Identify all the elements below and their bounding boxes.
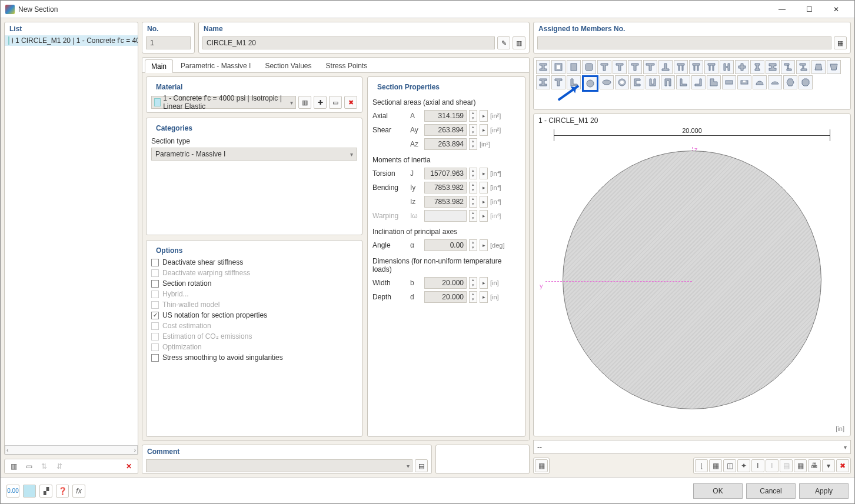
shape-pi[interactable] [689,60,703,74]
bending-y-input[interactable]: 7853.982 [424,182,467,193]
edit-name-button[interactable]: ✎ [497,36,510,49]
tab-section-values[interactable]: Section Values [258,59,318,72]
material-new-button[interactable]: ✚ [314,96,327,109]
preview-axes-button[interactable]: ✦ [737,459,750,472]
shape-i-narrow[interactable] [750,60,764,74]
preview-view-select[interactable]: -- ▾ [533,440,851,454]
shape-slab-groove[interactable] [737,75,751,89]
preview-coords-button[interactable]: ⌊ [695,459,708,472]
shape-octagon[interactable] [799,75,813,89]
tab-stress-points[interactable]: Stress Points [320,59,374,72]
chk-section-rotation[interactable] [151,280,159,288]
shape-h[interactable] [720,60,734,74]
fx-button[interactable]: fx [72,485,85,498]
shear-z-spin[interactable]: ▴▾ [469,138,477,150]
ok-button[interactable]: OK [693,483,743,499]
bending-z-spin[interactable]: ▴▾ [469,196,477,208]
axial-input[interactable]: 314.159 [424,110,467,122]
list-h-scrollbar[interactable]: ‹› [5,445,138,455]
width-spin[interactable]: ▴▾ [469,277,477,289]
shape-tee-bot[interactable] [658,60,673,74]
bending-y-spin[interactable]: ▴▾ [469,182,477,193]
new-item-button[interactable]: ▥ [7,460,20,473]
delete-item-button[interactable]: ✕ [122,460,135,473]
shape-rect[interactable] [567,60,581,74]
angle-input[interactable]: 0.00 [424,239,467,251]
shape-hexagon[interactable] [783,75,797,89]
shape-angle-rev[interactable] [691,75,706,89]
section-type-select[interactable]: Parametric - Massive I ▾ [151,148,357,161]
shape-ellipse[interactable] [600,75,614,89]
shape-i-beam[interactable] [536,60,550,74]
shear-z-input[interactable]: 263.894 [424,138,467,150]
shear-y-go[interactable]: ▸ [480,124,488,136]
angle-spin[interactable]: ▴▾ [469,239,477,251]
shape-pi-2[interactable] [704,60,718,74]
shape-i-offset[interactable] [796,60,810,74]
angle-go[interactable]: ▸ [480,239,488,251]
shape-tee[interactable] [613,60,627,74]
shape-half-ellipse[interactable] [768,75,782,89]
material-select[interactable]: 1 - Concrete f'c = 4000 psi | Isotropic … [151,96,296,109]
units-button[interactable]: 0.00 [6,485,19,498]
shape-wide-flange[interactable] [766,60,780,74]
comment-browse-button[interactable]: ▤ [415,459,428,472]
shape-square-round[interactable] [582,60,596,74]
shape-tee-taper[interactable] [628,60,642,74]
shape-semicircle[interactable] [753,75,767,89]
shape-cross[interactable] [735,60,749,74]
preview-grid-button[interactable]: ▦ [794,459,807,472]
bending-y-go[interactable]: ▸ [480,182,488,193]
shape-tee-wide[interactable] [643,60,657,74]
chk-stress-smoothing[interactable] [151,354,159,362]
preview-hatch-button[interactable]: ▤ [780,459,793,472]
shape-u[interactable] [646,75,660,89]
color-button[interactable] [23,485,36,498]
preview-canvas[interactable]: 20.000 z y [in] [536,129,848,433]
axial-spin[interactable]: ▴▾ [469,110,477,122]
shape-z[interactable] [781,60,795,74]
name-input[interactable]: CIRCLE_M1 20 [202,36,495,49]
tab-main[interactable]: Main [145,59,173,73]
chk-deactivate-shear[interactable] [151,259,159,266]
shape-step[interactable] [707,75,721,89]
preview-stress-button[interactable]: ◫ [723,459,736,472]
shape-tee-up[interactable] [597,60,611,74]
shape-c[interactable] [630,75,644,89]
bending-z-input[interactable]: 7853.982 [424,196,467,208]
shape-slab[interactable] [722,75,736,89]
material-library-button[interactable]: ▥ [298,96,311,109]
copy-item-button[interactable]: ▭ [22,460,35,473]
preview-shear-button[interactable]: Ⅰ [766,459,779,472]
help-button[interactable]: ❓ [56,485,69,498]
shear-y-input[interactable]: 263.894 [424,124,467,136]
sort-desc-button[interactable]: ⇵ [53,460,66,473]
shape-ring[interactable] [615,75,629,89]
width-input[interactable]: 20.000 [424,277,467,289]
preview-print-button[interactable]: 🖶 [808,459,821,472]
shape-circle[interactable] [582,75,598,92]
no-input[interactable]: 1 [146,36,191,49]
comment-input[interactable]: ▾ [146,459,412,472]
minimize-button[interactable]: — [768,1,796,18]
shape-trap[interactable] [811,60,826,74]
material-delete-button[interactable]: ✖ [344,96,357,109]
preview-more-button[interactable]: ▾ [822,459,835,472]
bending-z-go[interactable]: ▸ [480,196,488,208]
material-copy-button[interactable]: ▭ [329,96,342,109]
axial-go[interactable]: ▸ [480,110,488,122]
width-go[interactable]: ▸ [480,277,488,289]
torsion-spin[interactable]: ▴▾ [469,168,477,179]
depth-input[interactable]: 20.000 [424,291,467,303]
tab-parametric[interactable]: Parametric - Massive I [174,59,257,72]
shape-tee-double[interactable] [674,60,688,74]
shape-u-rev[interactable] [661,75,675,89]
maximize-button[interactable]: ☐ [796,1,823,18]
shape-angle[interactable] [676,75,690,89]
preview-dims-button[interactable]: ▦ [709,459,722,472]
preview-tool-1[interactable]: ▦ [535,459,548,472]
torsion-input[interactable]: 15707.963 [424,168,467,179]
view-button[interactable]: ▞ [39,485,52,498]
list-item[interactable]: 1 CIRCLE_M1 20 | 1 - Concrete f'c = 40 [5,35,138,46]
assigned-pick-button[interactable]: ▦ [834,36,847,49]
